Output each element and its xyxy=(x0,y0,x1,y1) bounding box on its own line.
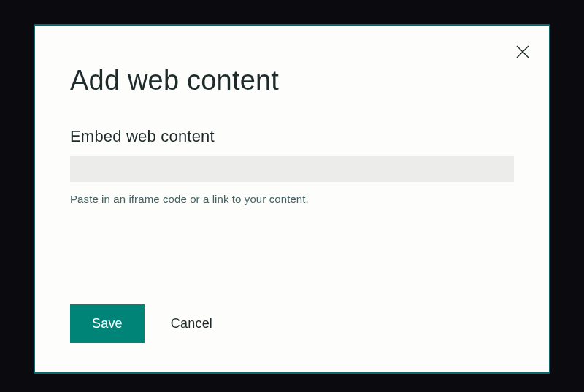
modal-title: Add web content xyxy=(70,65,514,96)
button-row: Save Cancel xyxy=(70,304,212,343)
embed-section-label: Embed web content xyxy=(70,127,514,146)
close-button[interactable] xyxy=(512,42,533,62)
embed-input[interactable] xyxy=(70,156,514,182)
add-web-content-modal: Add web content Embed web content Paste … xyxy=(34,24,550,374)
cancel-button[interactable]: Cancel xyxy=(171,316,212,331)
close-icon xyxy=(515,45,530,59)
embed-helper-text: Paste in an iframe code or a link to you… xyxy=(70,193,514,205)
save-button[interactable]: Save xyxy=(70,304,145,343)
